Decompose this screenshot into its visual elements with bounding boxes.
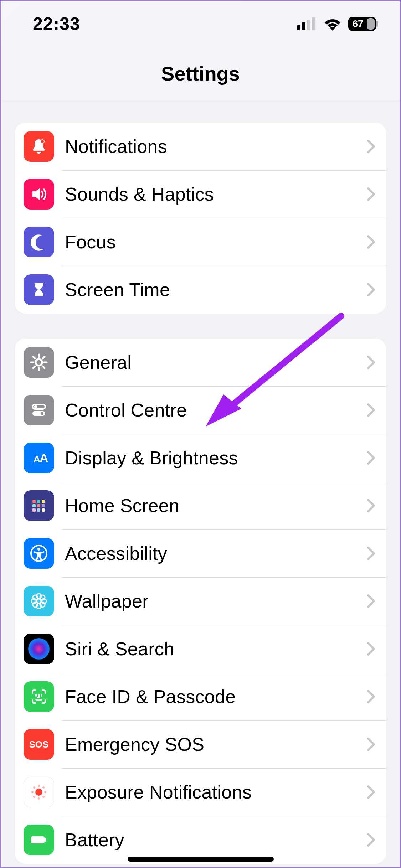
svg-rect-31 [42,504,45,507]
chevron-right-icon [367,785,375,799]
page-title: Settings [161,62,240,85]
svg-point-59 [42,796,45,798]
row-label: Exposure Notifications [65,781,367,803]
settings-group-alerts: Notifications Sounds & Haptics Focus Scr… [15,123,386,314]
svg-point-56 [33,786,35,789]
chevron-right-icon [367,283,375,297]
toggles-icon [24,395,54,425]
svg-rect-1 [302,22,305,30]
svg-point-51 [35,789,42,796]
status-time: 22:33 [33,14,80,34]
wifi-icon [323,17,342,31]
chevron-right-icon [367,642,375,656]
svg-point-11 [36,359,42,366]
siri-icon [24,634,54,664]
chevron-right-icon [367,594,375,608]
speaker-icon [24,179,54,210]
chevron-right-icon [367,546,375,560]
svg-rect-29 [32,504,36,507]
row-label: Sounds & Haptics [65,184,367,205]
flower-icon [24,586,54,616]
svg-point-23 [41,412,43,415]
row-wallpaper[interactable]: Wallpaper [15,577,386,625]
row-display[interactable]: AA Display & Brightness [15,434,386,482]
chevron-right-icon [367,187,375,201]
bell-icon [24,131,54,162]
row-label: Emergency SOS [65,734,367,755]
svg-point-55 [44,791,46,793]
status-indicators: 67 [297,17,379,31]
exposure-icon [24,777,54,807]
chevron-right-icon [367,403,375,417]
svg-point-21 [34,405,37,408]
app-grid-icon [24,490,54,521]
chevron-right-icon [367,451,375,465]
chevron-right-icon [367,833,375,847]
chevron-right-icon [367,139,375,154]
chevron-right-icon [367,689,375,704]
svg-point-54 [31,791,34,793]
row-general[interactable]: General [15,339,386,386]
row-notifications[interactable]: Notifications [15,123,386,170]
row-label: Focus [65,231,367,253]
row-exposure[interactable]: Exposure Notifications [15,768,386,816]
svg-point-53 [38,797,40,800]
svg-text:SOS: SOS [29,739,49,750]
chevron-right-icon [367,235,375,249]
row-label: Accessibility [65,543,367,564]
row-label: Battery [65,829,367,851]
svg-text:67: 67 [353,19,363,29]
text-size-icon: AA [24,443,54,473]
gear-icon [24,347,54,378]
battery-icon: 67 [348,17,379,31]
settings-group-general: General Control Centre AA Display & Brig… [15,339,386,864]
svg-rect-0 [297,25,300,30]
row-label: General [65,352,367,373]
svg-rect-27 [37,500,40,503]
home-indicator[interactable] [128,857,274,862]
svg-rect-60 [31,836,45,843]
svg-text:A: A [40,451,48,465]
svg-rect-34 [42,508,45,512]
svg-line-16 [33,357,35,358]
row-focus[interactable]: Focus [15,218,386,266]
svg-rect-32 [32,508,36,512]
row-label: Siri & Search [65,638,367,660]
svg-rect-61 [45,838,46,842]
row-control-centre[interactable]: Control Centre [15,386,386,434]
chevron-right-icon [367,737,375,751]
moon-icon [24,227,54,257]
row-home-screen[interactable]: Home Screen [15,482,386,529]
row-sos[interactable]: SOS Emergency SOS [15,720,386,768]
svg-point-10 [41,140,44,143]
nav-header: Settings [1,47,400,100]
svg-rect-28 [42,500,45,503]
chevron-right-icon [367,355,375,370]
svg-line-17 [43,366,45,368]
row-screentime[interactable]: Screen Time [15,266,386,314]
svg-point-47 [28,638,50,660]
svg-rect-33 [37,508,40,512]
svg-rect-30 [37,504,40,507]
row-label: Notifications [65,136,367,157]
svg-rect-7 [376,21,378,27]
row-label: Screen Time [65,279,367,300]
chevron-right-icon [367,498,375,513]
svg-point-57 [42,786,45,789]
svg-rect-6 [367,18,375,30]
status-bar: 22:33 67 [1,1,400,47]
row-label: Control Centre [65,399,367,421]
row-faceid[interactable]: Face ID & Passcode [15,673,386,720]
row-siri[interactable]: Siri & Search [15,625,386,673]
faceid-icon [24,681,54,712]
row-accessibility[interactable]: Accessibility [15,529,386,577]
settings-list[interactable]: Notifications Sounds & Haptics Focus Scr… [1,101,400,867]
svg-point-52 [38,785,40,787]
hourglass-icon [24,274,54,305]
row-label: Wallpaper [65,590,367,612]
row-label: Display & Brightness [65,447,367,469]
svg-line-18 [43,357,45,358]
row-label: Face ID & Passcode [65,686,367,707]
row-sounds[interactable]: Sounds & Haptics [15,170,386,218]
cellular-icon [297,17,317,30]
